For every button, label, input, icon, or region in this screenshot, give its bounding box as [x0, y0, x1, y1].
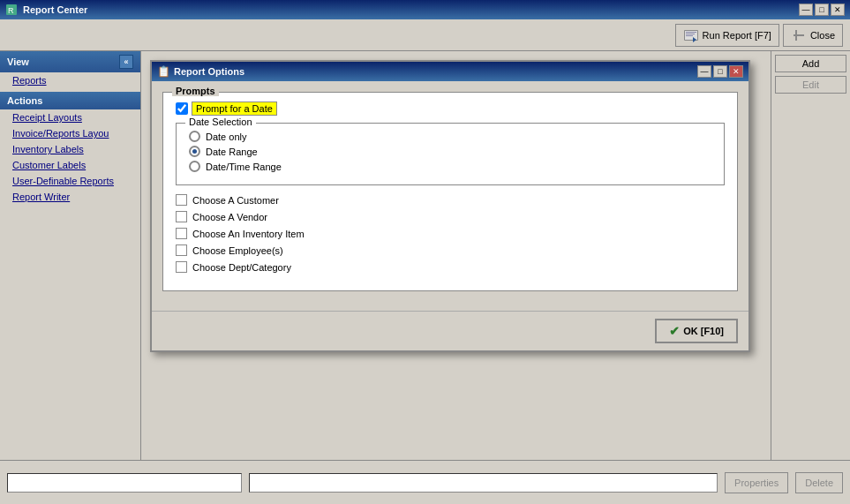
run-report-icon [683, 27, 699, 43]
minimize-button[interactable]: — [799, 4, 813, 16]
sidebar-item-customer-labels[interactable]: Customer Labels [0, 157, 140, 173]
dialog-content: Prompts Prompt for a Date Date Selection [152, 81, 748, 311]
datetime-range-row: Date/Time Range [189, 161, 711, 172]
choose-inventory-checkbox[interactable] [176, 228, 187, 239]
right-panel: Add Edit [771, 51, 850, 460]
content-area: View « Reports Actions Receipt Layouts I… [0, 51, 850, 460]
app-icon: R [5, 4, 18, 16]
prompts-label: Prompts [172, 86, 219, 96]
dialog-close-button[interactable]: ✕ [729, 65, 743, 78]
date-range-radio[interactable] [189, 146, 200, 157]
choose-dept-label: Choose Dept/Category [192, 262, 291, 273]
dialog-minimize-button[interactable]: — [697, 65, 711, 78]
sidebar-item-user-definable[interactable]: User-Definable Reports [0, 173, 140, 189]
view-section-header: View « [0, 51, 140, 72]
date-range-row: Date Range [189, 146, 711, 157]
svg-rect-8 [794, 34, 804, 36]
bottom-bar: Properties Delete [0, 460, 850, 504]
view-section: View « Reports [0, 51, 140, 88]
choose-customer-row: Choose A Customer [176, 194, 725, 206]
date-selection-label: Date Selection [185, 117, 256, 127]
choose-employees-label: Choose Employee(s) [192, 245, 283, 256]
add-button[interactable]: Add [775, 55, 846, 72]
main-panel: 📋 Report Options — □ ✕ Prompts [141, 51, 771, 460]
bottom-input-left [7, 473, 242, 493]
choose-dept-checkbox[interactable] [176, 261, 187, 273]
title-controls: — □ ✕ [799, 4, 845, 16]
date-only-row: Date only [189, 131, 711, 142]
maximize-button[interactable]: □ [815, 4, 829, 16]
close-toolbar-button[interactable]: Close [783, 24, 843, 47]
close-app-button[interactable]: ✕ [831, 4, 845, 16]
date-selection-group: Date Selection Date only Date Range [176, 123, 725, 185]
choose-employees-row: Choose Employee(s) [176, 244, 725, 256]
datetime-range-radio[interactable] [189, 161, 200, 172]
main-container: Run Report [F7] Close View « Reports [0, 19, 850, 504]
actions-section: Actions Receipt Layouts Invoice/Reports … [0, 92, 140, 205]
choose-inventory-label: Choose An Inventory Item [192, 229, 305, 239]
dialog-footer: ✔ OK [F10] [152, 311, 748, 350]
sidebar-item-invoice-reports[interactable]: Invoice/Reports Layou [0, 125, 140, 141]
sidebar-item-inventory-labels[interactable]: Inventory Labels [0, 141, 140, 157]
svg-text:R: R [8, 6, 14, 15]
toolbar: Run Report [F7] Close [0, 19, 850, 51]
bottom-input-wide [249, 473, 718, 493]
date-only-radio[interactable] [189, 131, 200, 142]
properties-button[interactable]: Properties [725, 472, 788, 493]
datetime-range-label: Date/Time Range [206, 162, 282, 172]
svg-rect-6 [686, 35, 693, 36]
title-bar: R Report Center — □ ✕ [0, 0, 850, 19]
prompt-date-row: Prompt for a Date [176, 102, 725, 116]
run-report-button[interactable]: Run Report [F7] [675, 24, 779, 47]
report-options-dialog: 📋 Report Options — □ ✕ Prompts [150, 60, 750, 352]
date-range-label: Date Range [206, 147, 258, 157]
svg-rect-4 [686, 32, 696, 33]
dialog-icon: 📋 [157, 65, 170, 78]
choose-customer-label: Choose A Customer [192, 195, 279, 206]
prompt-date-label: Prompt for a Date [192, 102, 277, 116]
dialog-title: Report Options [174, 66, 694, 77]
choose-dept-row: Choose Dept/Category [176, 261, 725, 273]
svg-rect-9 [795, 30, 797, 41]
choose-employees-checkbox[interactable] [176, 244, 187, 256]
choose-inventory-row: Choose An Inventory Item [176, 228, 725, 239]
sidebar-item-reports[interactable]: Reports [0, 72, 140, 88]
actions-section-header: Actions [0, 92, 140, 109]
choose-vendor-row: Choose A Vendor [176, 211, 725, 222]
app-title: Report Center [23, 4, 87, 15]
svg-rect-5 [686, 34, 695, 34]
close-icon [791, 27, 807, 43]
prompt-date-checkbox[interactable] [176, 102, 188, 115]
dialog-title-bar: 📋 Report Options — □ ✕ [152, 62, 748, 81]
dialog-maximize-button[interactable]: □ [713, 65, 727, 78]
ok-checkmark-icon: ✔ [669, 324, 680, 338]
edit-button[interactable]: Edit [775, 76, 846, 94]
dialog-controls: — □ ✕ [697, 65, 743, 78]
ok-button[interactable]: ✔ OK [F10] [655, 319, 738, 343]
view-collapse-button[interactable]: « [119, 55, 133, 69]
date-only-label: Date only [206, 132, 246, 142]
choose-customer-checkbox[interactable] [176, 194, 187, 206]
sidebar-item-receipt-layouts[interactable]: Receipt Layouts [0, 109, 140, 125]
choose-vendor-checkbox[interactable] [176, 211, 187, 222]
sidebar-item-report-writer[interactable]: Report Writer [0, 189, 140, 205]
sidebar: View « Reports Actions Receipt Layouts I… [0, 51, 141, 460]
choose-vendor-label: Choose A Vendor [192, 212, 267, 222]
dialog-overlay: 📋 Report Options — □ ✕ Prompts [141, 51, 771, 460]
delete-button[interactable]: Delete [795, 472, 843, 493]
checkboxes-section: Choose A Customer Choose A Vendor Choose… [176, 194, 725, 273]
prompts-group: Prompts Prompt for a Date Date Selection [162, 92, 738, 291]
